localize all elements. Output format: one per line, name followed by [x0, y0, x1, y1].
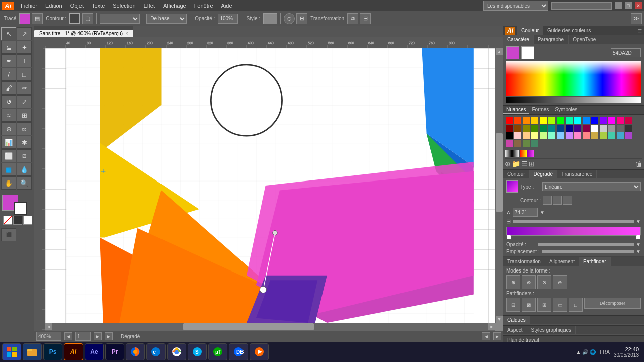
zoom-input[interactable] — [36, 332, 61, 341]
swatch-item[interactable] — [506, 132, 513, 139]
menu-objet[interactable]: Objet — [66, 2, 88, 10]
arrange-icon[interactable]: ⊟ — [360, 13, 371, 24]
menu-affichage[interactable]: Affichage — [159, 2, 190, 10]
menu-effet[interactable]: Effet — [140, 2, 159, 10]
swatch-item[interactable] — [531, 140, 538, 147]
swatch-item[interactable] — [591, 132, 598, 139]
swatch-item[interactable] — [514, 125, 521, 132]
pf-crop-btn[interactable]: ▭ — [553, 298, 567, 312]
hscroll-thumb[interactable] — [183, 323, 314, 330]
contour-btn-1[interactable] — [543, 196, 552, 205]
swatch-item[interactable] — [514, 132, 521, 139]
tab-transformation[interactable]: Transformation — [503, 257, 545, 266]
hand-tool[interactable]: ✋ — [1, 176, 16, 190]
swatch-item[interactable] — [548, 132, 555, 139]
swatch-item[interactable] — [540, 117, 547, 124]
swatch-item[interactable] — [583, 125, 590, 132]
pf-unite-btn[interactable]: ⊕ — [506, 275, 520, 289]
hscroll-left-btn[interactable]: ◄ — [45, 323, 52, 330]
swatch-item[interactable] — [523, 140, 530, 147]
swatch-item[interactable] — [531, 125, 538, 132]
tab-couleur[interactable]: Couleur — [517, 26, 543, 35]
vscroll-down-btn[interactable]: ▼ — [496, 316, 503, 323]
column-graph-tool[interactable]: 📊 — [1, 136, 16, 149]
tab-pathfinder[interactable]: Pathfinder — [579, 257, 611, 266]
contour-btn-2[interactable] — [553, 196, 562, 205]
grad-swatch-ry[interactable] — [520, 150, 527, 157]
scroll-right-btn[interactable]: ► — [493, 332, 501, 340]
swatch-delete-btn[interactable]: 🗑 — [635, 160, 642, 168]
tab-opentype[interactable]: OpenType — [569, 35, 600, 44]
grad-swatch-wb[interactable] — [505, 150, 512, 157]
brush-tool[interactable]: 🖌 — [1, 81, 16, 95]
menu-selection[interactable]: Sélection — [109, 2, 139, 10]
emplacement-slider[interactable] — [542, 250, 634, 253]
swatch-item[interactable] — [531, 132, 538, 139]
swatch-item[interactable] — [540, 132, 547, 139]
tab-plan-travail[interactable]: Plan de travail — [503, 336, 543, 342]
doc-tab[interactable]: Sans titre - 1* @ 400% (RVB/Aperçu) × — [34, 30, 133, 37]
tab-paragraphe[interactable]: Paragraphe — [534, 35, 569, 44]
search-input[interactable] — [551, 2, 612, 10]
swatch-item[interactable] — [625, 132, 632, 139]
scroll-left-btn[interactable]: ◄ — [482, 332, 490, 340]
gradient-stop-right[interactable] — [636, 235, 641, 240]
tab-contour-sec[interactable]: Contour — [503, 170, 530, 178]
tab-transparence-sec[interactable]: Transparence — [557, 170, 597, 178]
swatch-item[interactable] — [566, 132, 573, 139]
vscroll-thumb[interactable] — [496, 133, 503, 211]
next-page-btn[interactable]: ► — [94, 332, 102, 340]
swatch-item[interactable] — [625, 125, 632, 132]
pf-trim-btn[interactable]: ⊠ — [522, 298, 536, 312]
magic-wand-tool[interactable]: ✦ — [17, 41, 32, 54]
vscroll[interactable]: ▲ ▼ — [495, 48, 503, 323]
fill-icon[interactable]: ▤ — [32, 13, 43, 24]
tab-calques[interactable]: Calques — [503, 316, 530, 324]
vscroll-track[interactable] — [495, 55, 503, 316]
opacity-dropdown[interactable]: ▼ — [636, 242, 641, 247]
swatch-item[interactable] — [557, 125, 564, 132]
swatch-item[interactable] — [523, 117, 530, 124]
workspace-dropdown[interactable]: Les indispensables — [483, 1, 548, 11]
lasso-tool[interactable]: ⊊ — [1, 41, 16, 54]
menu-fenetre[interactable]: Fenêtre — [190, 2, 217, 10]
tab-caractere[interactable]: Caractère — [503, 35, 534, 44]
more-icon[interactable]: ≫ — [631, 13, 642, 24]
pf-outline-btn[interactable]: □ — [569, 298, 583, 312]
stroke-icon[interactable]: ▢ — [82, 13, 93, 24]
swatch-item[interactable] — [514, 140, 521, 147]
swatch-item[interactable] — [583, 117, 590, 124]
tab-guide-couleurs[interactable]: Guide des couleurs — [543, 26, 595, 35]
dropbox-btn[interactable]: DB — [229, 343, 248, 360]
menu-edition[interactable]: Edition — [41, 2, 66, 10]
swatch-item[interactable] — [591, 125, 598, 132]
tab-alignement[interactable]: Alignement — [545, 257, 579, 266]
change-screen-mode-btn[interactable]: ⬛ — [1, 228, 16, 241]
page-input[interactable] — [75, 332, 91, 341]
align-icon[interactable]: ⊞ — [296, 13, 307, 24]
swatch-item[interactable] — [591, 117, 598, 124]
pf-intersect-btn[interactable]: ⊗ — [522, 275, 536, 289]
swatch-item[interactable] — [617, 117, 624, 124]
swatch-item[interactable] — [574, 125, 581, 132]
pf-minus-front-btn[interactable]: ⊖ — [553, 275, 567, 289]
menu-fichier[interactable]: Fichier — [17, 2, 41, 10]
torrent-btn[interactable]: μT — [208, 343, 227, 360]
zoom-tool[interactable]: 🔍 — [17, 176, 32, 190]
swatch-item[interactable] — [608, 117, 615, 124]
black-color-btn[interactable] — [13, 216, 22, 225]
brightness-slider[interactable] — [506, 97, 641, 103]
swatch-item[interactable] — [574, 117, 581, 124]
tab-formes[interactable]: Formes — [529, 106, 552, 114]
gradient-type-select[interactable]: Linéaire — [542, 182, 641, 191]
media-btn[interactable] — [250, 343, 269, 360]
contour-btn-3[interactable] — [563, 196, 572, 205]
swatch-item[interactable] — [600, 132, 607, 139]
rotate-tool[interactable]: ↺ — [1, 95, 16, 108]
pf-merge-btn[interactable]: ⊞ — [537, 298, 551, 312]
close-button[interactable]: ✕ — [635, 2, 642, 9]
tab-styles-graphiques[interactable]: Styles graphiques — [527, 326, 576, 334]
swatch-item[interactable] — [523, 125, 530, 132]
explorer-btn[interactable] — [23, 343, 42, 360]
swatch-item[interactable] — [608, 132, 615, 139]
